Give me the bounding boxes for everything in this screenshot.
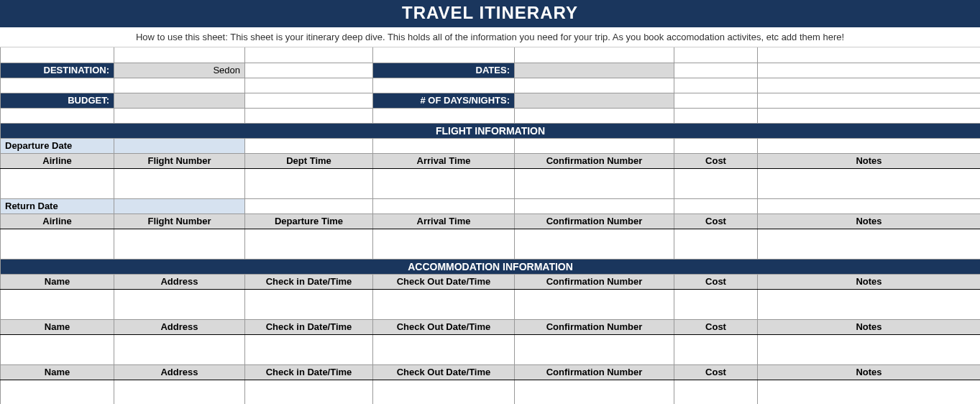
cell[interactable]	[245, 229, 373, 259]
cell[interactable]	[758, 289, 981, 319]
accom-col-checkin: Check in Date/Time	[245, 364, 373, 380]
cell[interactable]	[373, 229, 515, 259]
days-nights-label: # OF DAYS/NIGHTS:	[373, 93, 515, 108]
accom-col-confirmation: Confirmation Number	[515, 319, 674, 334]
accom-col-address: Address	[114, 364, 245, 380]
page-title: TRAVEL ITINERARY	[0, 0, 980, 27]
flight-return-col-confirmation: Confirmation Number	[515, 214, 674, 229]
cell[interactable]	[1, 289, 114, 319]
accom-col-notes: Notes	[758, 364, 981, 380]
cell[interactable]	[245, 334, 373, 364]
accom-col-notes: Notes	[758, 319, 981, 334]
accom-col-cost: Cost	[674, 274, 758, 289]
flight-depart-col-number: Flight Number	[114, 153, 245, 168]
flight-depart-col-notes: Notes	[758, 153, 981, 168]
cell[interactable]	[373, 168, 515, 198]
cell[interactable]	[114, 380, 245, 404]
flight-depart-col-confirmation: Confirmation Number	[515, 153, 674, 168]
cell[interactable]	[245, 168, 373, 198]
accom-col-name: Name	[1, 364, 114, 380]
flight-depart-col-dept-time: Dept Time	[245, 153, 373, 168]
accom-col-confirmation: Confirmation Number	[515, 364, 674, 380]
instructions-text: How to use this sheet: This sheet is you…	[0, 27, 980, 47]
accom-col-checkout: Check Out Date/Time	[373, 319, 515, 334]
cell[interactable]	[373, 334, 515, 364]
cell[interactable]	[674, 168, 758, 198]
cell[interactable]	[373, 380, 515, 404]
flight-depart-col-cost: Cost	[674, 153, 758, 168]
cell[interactable]	[1, 168, 114, 198]
accom-col-cost: Cost	[674, 319, 758, 334]
flight-return-col-notes: Notes	[758, 214, 981, 229]
cell[interactable]	[758, 380, 981, 404]
budget-label: BUDGET:	[1, 93, 114, 108]
flight-return-col-arrival: Arrival Time	[373, 214, 515, 229]
destination-value[interactable]: Sedon	[114, 63, 245, 78]
dates-label: DATES:	[373, 63, 515, 78]
accom-col-name: Name	[1, 274, 114, 289]
days-nights-value[interactable]	[515, 93, 674, 108]
cell[interactable]	[758, 168, 981, 198]
budget-value[interactable]	[114, 93, 245, 108]
accom-col-confirmation: Confirmation Number	[515, 274, 674, 289]
cell[interactable]	[515, 289, 674, 319]
cell[interactable]	[674, 380, 758, 404]
departure-date-value[interactable]	[114, 138, 245, 153]
destination-label: DESTINATION:	[1, 63, 114, 78]
cell[interactable]	[674, 289, 758, 319]
cell[interactable]	[515, 380, 674, 404]
flight-section-header: FLIGHT INFORMATION	[1, 123, 981, 138]
cell[interactable]	[515, 168, 674, 198]
return-date-value[interactable]	[114, 198, 245, 214]
flight-depart-col-arrival: Arrival Time	[373, 153, 515, 168]
cell[interactable]	[114, 229, 245, 259]
cell[interactable]	[515, 229, 674, 259]
cell[interactable]	[245, 380, 373, 404]
cell[interactable]	[1, 334, 114, 364]
cell[interactable]	[114, 334, 245, 364]
accom-col-name: Name	[1, 319, 114, 334]
accom-col-address: Address	[114, 274, 245, 289]
flight-return-col-number: Flight Number	[114, 214, 245, 229]
accom-col-notes: Notes	[758, 274, 981, 289]
cell[interactable]	[373, 289, 515, 319]
accom-col-address: Address	[114, 319, 245, 334]
flight-depart-col-airline: Airline	[1, 153, 114, 168]
accom-col-checkin: Check in Date/Time	[245, 274, 373, 289]
cell[interactable]	[114, 168, 245, 198]
cell[interactable]	[114, 289, 245, 319]
cell[interactable]	[674, 229, 758, 259]
return-date-label: Return Date	[1, 198, 114, 214]
cell[interactable]	[758, 229, 981, 259]
accom-col-checkin: Check in Date/Time	[245, 319, 373, 334]
flight-return-col-cost: Cost	[674, 214, 758, 229]
itinerary-grid: DESTINATION: Sedon DATES: BUDGET: # OF D…	[0, 47, 980, 404]
cell[interactable]	[1, 380, 114, 404]
cell[interactable]	[674, 334, 758, 364]
accom-col-checkout: Check Out Date/Time	[373, 274, 515, 289]
accom-col-checkout: Check Out Date/Time	[373, 364, 515, 380]
flight-return-col-airline: Airline	[1, 214, 114, 229]
dates-value[interactable]	[515, 63, 674, 78]
cell[interactable]	[758, 334, 981, 364]
accom-col-cost: Cost	[674, 364, 758, 380]
cell[interactable]	[245, 289, 373, 319]
flight-return-col-dept-time: Departure Time	[245, 214, 373, 229]
accommodation-section-header: ACCOMMODATION INFORMATION	[1, 259, 981, 274]
cell[interactable]	[1, 229, 114, 259]
departure-date-label: Departure Date	[1, 138, 114, 153]
cell[interactable]	[515, 334, 674, 364]
